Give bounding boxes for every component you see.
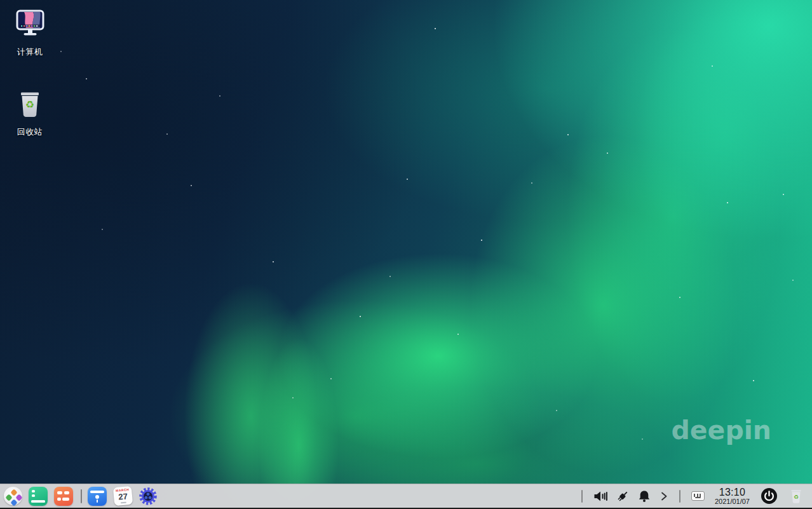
network-icon	[616, 490, 629, 503]
svg-text:♻: ♻	[25, 98, 34, 111]
desktop-icon-computer[interactable]: 计算机	[5, 6, 55, 58]
app-store-button[interactable]	[54, 487, 73, 506]
volume-icon	[593, 491, 607, 502]
file-manager-button[interactable]	[88, 487, 107, 506]
notification-bell-icon	[638, 490, 651, 503]
calendar-button[interactable]: MARCH 27	[113, 487, 132, 506]
chevron-right-icon	[660, 491, 668, 502]
multitasking-view-button[interactable]	[29, 487, 48, 506]
tray-separator	[581, 490, 583, 503]
launcher-button[interactable]	[3, 487, 22, 506]
dock-trash-button[interactable]: ♻	[789, 489, 803, 504]
dock-separator	[81, 489, 82, 503]
stars-decoration	[0, 0, 1, 1]
network-button[interactable]	[616, 490, 629, 503]
control-center-icon	[139, 487, 158, 506]
svg-text:♻: ♻	[794, 493, 799, 499]
control-center-button[interactable]	[139, 487, 158, 506]
desktop-icon-recycle-bin[interactable]: ♻ 回收站	[5, 86, 55, 138]
dock: MARCH 27	[0, 484, 812, 509]
tray-separator	[679, 490, 680, 503]
calendar-day-label: 27	[118, 492, 128, 501]
tray-expand-button[interactable]	[660, 491, 668, 502]
recycle-bin-icon: ♻	[17, 86, 43, 118]
power-icon	[761, 487, 778, 505]
desktop-icon-label-computer: 计算机	[17, 46, 43, 58]
computer-icon	[16, 6, 44, 38]
calendar-icon: MARCH 27	[112, 486, 132, 506]
notification-bell-button[interactable]	[638, 490, 651, 503]
system-tray: 13:10 2021/01/07 ♻	[575, 487, 812, 505]
clock-time: 13:10	[719, 487, 746, 498]
keyboard-layout-button[interactable]	[691, 491, 705, 501]
desktop: 计算机 ♻ 回收站 deepin	[0, 0, 812, 509]
launcher-icon	[4, 487, 22, 505]
desktop-icon-label-recycle-bin: 回收站	[17, 126, 43, 138]
multitasking-view-icon	[29, 487, 48, 506]
file-manager-icon	[88, 487, 107, 506]
shutdown-button[interactable]	[761, 487, 778, 505]
app-store-icon	[54, 487, 73, 506]
trash-icon: ♻	[789, 489, 803, 504]
deepin-watermark: deepin	[671, 415, 771, 445]
keyboard-icon	[691, 491, 705, 501]
clock-date: 2021/01/07	[715, 498, 750, 505]
clock[interactable]: 13:10 2021/01/07	[715, 487, 750, 505]
volume-button[interactable]	[593, 491, 607, 502]
